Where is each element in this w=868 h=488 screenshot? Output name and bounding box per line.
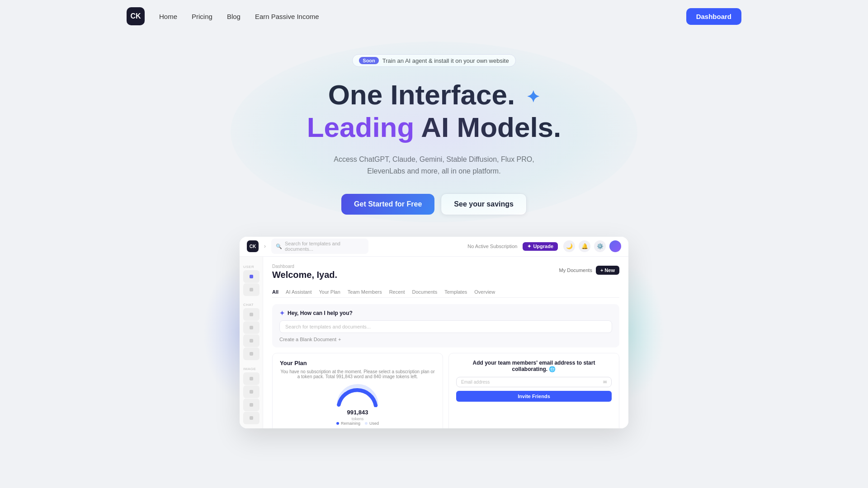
announcement-badge[interactable]: Soon Train an AI agent & install it on y… [352, 54, 515, 67]
hero-title-dark: AI Models. [414, 112, 561, 143]
db-body: USER CHAT IMAGE [240, 257, 628, 428]
sidebar-item-image-2[interactable] [243, 385, 259, 398]
nav-blog[interactable]: Blog [227, 13, 241, 20]
search-icon: 🔍 [276, 244, 282, 249]
db-tab-templates[interactable]: Templates [444, 289, 467, 295]
db-avatar[interactable] [609, 240, 621, 252]
db-settings-icon[interactable]: ⚙️ [594, 240, 606, 252]
db-tab-plan[interactable]: Your Plan [319, 289, 340, 295]
db-tab-overview[interactable]: Overview [474, 289, 495, 295]
db-topbar-icons: 🌙 🔔 ⚙️ [563, 240, 621, 252]
db-ai-search-input[interactable]: Search for templates and documents... [279, 320, 612, 333]
sidebar-item-image-3[interactable] [243, 399, 259, 411]
hero-section: Soon Train an AI agent & install it on y… [0, 33, 868, 446]
db-gauge-container: 991,843 tokens Remaining Use [280, 384, 435, 428]
db-email-send-icon: ✉ [603, 380, 607, 385]
db-gauge-number: 991,843 [347, 409, 368, 416]
sidebar-item-chat-4[interactable] [243, 347, 259, 360]
get-started-button[interactable]: Get Started for Free [341, 194, 434, 215]
db-gauge-legend: Remaining Used [336, 421, 379, 426]
upgrade-plus-icon: ✦ [527, 244, 531, 249]
db-plan-title: Your Plan [280, 360, 435, 366]
hero-buttons: Get Started for Free See your savings [341, 193, 527, 215]
db-ai-spark-icon: ✦ [279, 310, 285, 317]
db-search[interactable]: 🔍 Search for templates and documents... [271, 239, 368, 254]
dashboard-button[interactable]: Dashboard [686, 8, 741, 25]
db-legend-used: Used [365, 421, 379, 426]
logo: CK [127, 7, 145, 25]
db-moon-icon[interactable]: 🌙 [563, 240, 575, 252]
nav-links: Home Pricing Blog Earn Passive Income [159, 13, 686, 20]
sidebar-label-chat: CHAT [240, 300, 263, 308]
nav-earn[interactable]: Earn Passive Income [255, 13, 319, 20]
db-ai-widget: ✦ Hey, How can I help you? Search for te… [272, 304, 619, 347]
sidebar-item-image-1[interactable] [243, 372, 259, 385]
sidebar-item-chat-1[interactable] [243, 308, 259, 321]
db-sidebar: USER CHAT IMAGE [240, 257, 263, 428]
db-my-docs-label: My Documents [559, 267, 592, 273]
sidebar-section-video: VIDEO [240, 427, 263, 428]
see-savings-button[interactable]: See your savings [441, 193, 527, 215]
sidebar-item-chat-2[interactable] [243, 321, 259, 334]
db-search-placeholder: Search for templates and documents... [285, 241, 364, 252]
db-chevron-icon: › [264, 243, 266, 249]
db-subscription-label: No Active Subscription [467, 244, 517, 249]
sidebar-section-user: USER [240, 260, 263, 298]
sidebar-section-image: IMAGE [240, 362, 263, 427]
nav-home[interactable]: Home [159, 13, 177, 20]
db-email-row[interactable]: Email address ✉ [456, 377, 612, 387]
db-logo: CK [247, 240, 259, 252]
dashboard-preview-wrapper: CK › 🔍 Search for templates and document… [240, 237, 628, 428]
db-upgrade-button[interactable]: ✦ Upgrade [523, 242, 558, 251]
badge-text: Train an AI agent & install it on your o… [382, 57, 509, 64]
dashboard-preview: CK › 🔍 Search for templates and document… [240, 237, 628, 428]
db-bell-icon[interactable]: 🔔 [579, 240, 590, 252]
db-plan-subtitle: You have no subscription at the moment. … [280, 369, 435, 379]
navbar: CK Home Pricing Blog Earn Passive Income… [0, 0, 868, 33]
db-new-button[interactable]: + New [596, 266, 619, 275]
db-plan-card: Your Plan You have no subscription at th… [272, 353, 443, 428]
db-gauge-sub: tokens [352, 417, 364, 421]
db-cards: Your Plan You have no subscription at th… [272, 353, 619, 428]
db-team-card: Add your team members' email address to … [448, 353, 619, 428]
hero-title-line2: Leading AI Models. [307, 112, 561, 143]
db-main-content: Dashboard Welcome, Iyad. My Documents + … [263, 257, 628, 428]
sidebar-label-image: IMAGE [240, 364, 263, 372]
db-tab-docs[interactable]: Documents [412, 289, 438, 295]
db-gauge [335, 384, 380, 407]
db-tab-all[interactable]: All [272, 289, 278, 295]
sidebar-item-image-4[interactable] [243, 412, 259, 424]
db-topbar: CK › 🔍 Search for templates and document… [240, 237, 628, 257]
sidebar-label-user: USER [240, 262, 263, 270]
db-ai-plus-icon: + [338, 337, 341, 342]
db-ai-header: ✦ Hey, How can I help you? [279, 310, 612, 317]
db-team-title: Add your team members' email address to … [456, 360, 612, 372]
db-breadcrumb: Dashboard [272, 264, 337, 269]
db-email-placeholder: Email address [461, 380, 600, 385]
db-invite-button[interactable]: Invite Friends [456, 391, 612, 402]
db-welcome: Welcome, Iyad. [272, 270, 337, 280]
hero-title-purple: Leading [307, 112, 415, 143]
nav-pricing[interactable]: Pricing [192, 13, 212, 20]
sidebar-item-chat-3[interactable] [243, 334, 259, 347]
db-tab-team[interactable]: Team Members [348, 289, 382, 295]
db-tabs: All AI Assistant Your Plan Team Members … [272, 289, 619, 298]
sparkle-icon: ✦ [526, 88, 540, 106]
db-legend-remaining: Remaining [336, 421, 360, 426]
hero-title-line1: One Interface. ✦ [328, 80, 540, 110]
badge-soon-label: Soon [359, 57, 379, 64]
sidebar-item-user-1[interactable] [243, 270, 259, 283]
db-tab-ai[interactable]: AI Assistant [286, 289, 311, 295]
sidebar-item-user-2[interactable] [243, 283, 259, 296]
sidebar-section-chat: CHAT [240, 298, 263, 362]
hero-subtitle: Access ChatGPT, Claude, Gemini, Stable D… [326, 154, 542, 177]
db-tab-recent[interactable]: Recent [389, 289, 405, 295]
db-ai-blank-doc[interactable]: Create a Blank Document + [279, 337, 612, 342]
